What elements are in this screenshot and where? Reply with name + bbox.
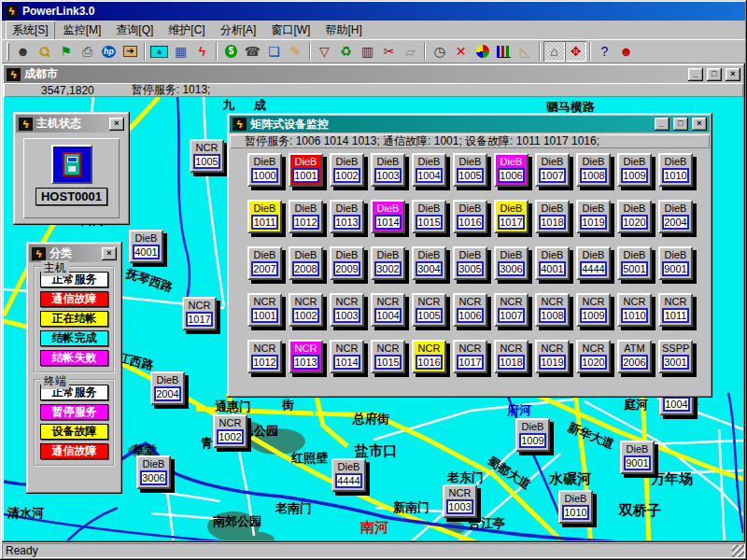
device-cell-NCR-1017[interactable]: NCR1017 [453, 340, 487, 373]
device-cell-DieB-1013[interactable]: DieB1013 [330, 200, 364, 233]
device-cell-DieB-1010[interactable]: DieB1010 [658, 153, 693, 187]
device-cell-DieB-1008[interactable]: DieB1008 [576, 153, 611, 187]
device-cell-NCR-1001[interactable]: NCR1001 [247, 293, 282, 327]
help-icon[interactable]: ? [594, 41, 615, 62]
device-cell-DieB-1019[interactable]: DieB1019 [576, 200, 611, 233]
matrix-window-titlebar[interactable]: ϟ 矩阵式设备监控 _ □ × [230, 116, 710, 133]
device-cell-DieB-4444[interactable]: DieB4444 [576, 246, 611, 280]
close-button[interactable]: × [692, 118, 707, 131]
maximize-button[interactable]: □ [673, 118, 688, 131]
menu-item-7[interactable]: 帮助[H] [318, 21, 368, 40]
close-button[interactable]: × [726, 68, 740, 81]
printer-icon[interactable]: ⎙ [77, 41, 98, 62]
host-window-titlebar[interactable]: ϟ 主机状态 × [16, 115, 127, 133]
device-cell-DieB-1018[interactable]: DieB1018 [535, 200, 570, 233]
protractor-icon[interactable]: ◺ [514, 41, 536, 62]
device-cell-ATM-2006[interactable]: ATM2006 [617, 340, 652, 373]
device-cell-NCR-1012[interactable]: NCR1012 [247, 340, 282, 373]
map-device-NCR-1002[interactable]: NCR1002 [213, 414, 247, 448]
device-cell-DieB-1012[interactable]: DieB1012 [289, 200, 323, 233]
device-cell-NCR-1002[interactable]: NCR1002 [289, 293, 323, 327]
device-cell-NCR-1004[interactable]: NCR1004 [371, 293, 405, 327]
device-cell-DieB-3002[interactable]: DieB3002 [371, 246, 405, 280]
device-cell-NCR-1007[interactable]: NCR1007 [494, 293, 529, 327]
pie-chart-icon[interactable] [472, 41, 493, 62]
pan-arrows-icon[interactable]: ✥ [565, 41, 586, 62]
money-bag-icon[interactable]: $ [220, 41, 242, 62]
bank-icon[interactable]: ▥ [357, 41, 378, 62]
device-cell-NCR-1019[interactable]: NCR1019 [535, 340, 570, 373]
map-device-DieB-3006[interactable]: DieB3006 [136, 455, 171, 489]
map-device-DieB-1010[interactable]: DieB1010 [558, 490, 593, 524]
device-cell-DieB-1014[interactable]: DieB1014 [371, 200, 405, 233]
exit-door-icon[interactable]: ➔ [120, 41, 141, 62]
device-cell-DieB-1011[interactable]: DieB1011 [247, 200, 282, 233]
device-cell-DieB-3004[interactable]: DieB3004 [412, 246, 446, 280]
device-cell-DieB-5001[interactable]: DieB5001 [617, 246, 652, 280]
device-cell-NCR-1014[interactable]: NCR1014 [330, 340, 364, 373]
device-cell-DieB-2004[interactable]: DieB2004 [658, 200, 693, 233]
map-monitor-icon[interactable]: ▲ [148, 41, 170, 62]
city-map[interactable]: 九成驷马横路西南营门口抚琴西路清江西路通惠门街总府街人民公园青草堂红照壁盐市口府… [4, 97, 743, 540]
host-computer-icon[interactable] [51, 145, 92, 184]
device-cell-DieB-1005[interactable]: DieB1005 [453, 153, 487, 187]
device-cell-NCR-1005[interactable]: NCR1005 [412, 293, 446, 327]
building-icon[interactable]: ⌂ [543, 41, 565, 62]
menu-item-1[interactable]: 系统[S] [6, 21, 55, 40]
map-device-NCR-1005[interactable]: NCR1005 [190, 139, 224, 173]
device-cell-DieB-9001[interactable]: DieB9001 [658, 246, 693, 280]
phone-icon[interactable]: ☎ [242, 41, 263, 62]
map-device-DieB-4001[interactable]: DieB4001 [129, 230, 163, 263]
menu-item-4[interactable]: 维护[C] [162, 21, 211, 40]
map-device-NCR-1017[interactable]: NCR1017 [182, 297, 217, 330]
clock-icon[interactable]: ◷ [429, 41, 450, 62]
device-cell-DieB-1000[interactable]: DieB1000 [247, 153, 282, 187]
device-cell-NCR-1020[interactable]: NCR1020 [576, 340, 611, 373]
device-cell-DieB-2009[interactable]: DieB2009 [330, 246, 364, 280]
minimize-button[interactable]: _ [655, 118, 669, 131]
device-cell-DieB-1016[interactable]: DieB1016 [453, 200, 487, 233]
delete-icon[interactable]: ✕ [450, 41, 472, 62]
toolbar-handle[interactable] [7, 42, 9, 61]
device-cell-NCR-1008[interactable]: NCR1008 [535, 293, 570, 327]
device-cell-NCR-1016[interactable]: NCR1016 [412, 340, 446, 373]
device-cell-DieB-1015[interactable]: DieB1015 [412, 200, 446, 233]
close-button[interactable]: × [109, 118, 124, 131]
resize-grip[interactable] [732, 545, 744, 557]
minimize-button[interactable]: _ [688, 68, 703, 81]
lightning-icon[interactable]: ϟ [191, 41, 213, 62]
menu-item-2[interactable]: 监控[M] [57, 21, 108, 40]
device-cell-DieB-1009[interactable]: DieB1009 [617, 153, 652, 187]
device-cell-NCR-1011[interactable]: NCR1011 [658, 293, 693, 327]
map-device-DieB-1009[interactable]: DieB1009 [515, 418, 550, 452]
menu-item-6[interactable]: 窗口[W] [264, 21, 317, 40]
support-icon[interactable]: ☻ [615, 41, 637, 62]
close-button[interactable]: × [102, 247, 117, 260]
menu-item-3[interactable]: 查询[Q] [109, 21, 160, 40]
device-cell-DieB-1020[interactable]: DieB1020 [617, 200, 652, 233]
device-cell-DieB-1007[interactable]: DieB1007 [535, 153, 570, 187]
device-cell-NCR-1006[interactable]: NCR1006 [453, 293, 487, 327]
device-cell-NCR-1003[interactable]: NCR1003 [330, 293, 364, 327]
scissors-icon[interactable]: ✂ [378, 41, 400, 62]
menu-item-5[interactable]: 分析[A] [214, 21, 263, 40]
color-grid-icon[interactable]: ▦ [170, 41, 191, 62]
bar-chart-icon[interactable] [493, 41, 514, 62]
device-cell-DieB-1001[interactable]: DieB1001 [289, 153, 323, 187]
user-icon[interactable]: ☻ [12, 41, 34, 62]
device-cell-DieB-1002[interactable]: DieB1002 [330, 153, 364, 187]
device-cell-SSPP-3001[interactable]: SSPP3001 [658, 340, 693, 373]
map-window-titlebar[interactable]: ϟ 成都市 _ □ × [4, 65, 743, 83]
filter-icon[interactable]: ▽ [314, 41, 335, 62]
eraser-icon[interactable]: ▱ [400, 41, 421, 62]
device-cell-NCR-1015[interactable]: NCR1015 [371, 340, 405, 373]
key-icon[interactable]: Ϙ [34, 41, 55, 62]
map-device-NCR-1003[interactable]: NCR1003 [443, 484, 477, 518]
device-cell-DieB-1006[interactable]: DieB1006 [494, 153, 529, 187]
map-device-DieB-9001[interactable]: DieB9001 [620, 441, 655, 474]
cascade-windows-icon[interactable]: ❏ [263, 41, 285, 62]
device-cell-DieB-4001[interactable]: DieB4001 [535, 246, 570, 280]
device-cell-NCR-1013[interactable]: NCR1013 [289, 340, 323, 373]
device-cell-DieB-3005[interactable]: DieB3005 [453, 246, 487, 280]
recycle-icon[interactable]: ♻ [335, 41, 357, 62]
